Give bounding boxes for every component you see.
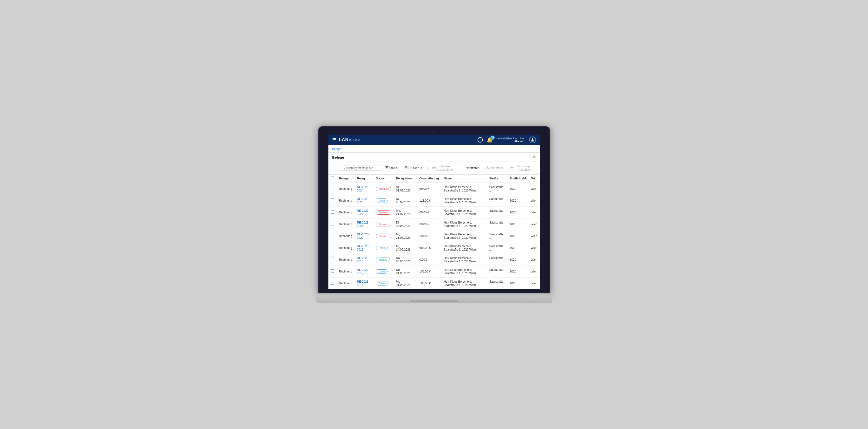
cell-strasse: Saarstraße 1 [487,195,507,206]
breadcrumb-bar: Belege [329,145,540,153]
print-button[interactable]: Drucken ▼ [402,165,425,171]
notification-badge: 75 [490,135,495,140]
cell-beleg[interactable]: RE-2023-0018 [354,254,373,265]
row-checkbox-cell[interactable] [329,195,337,206]
breadcrumb-link[interactable]: Belege [332,147,341,151]
table-row: Rechnung RE-2023-0023 Offen Di, 25.07.20… [329,195,540,206]
table-row: Rechnung RE-2023-0022 Storniert Mo, 24.0… [329,206,540,218]
cell-name: Herr Klaus Berscheid, Saarstraße 1, 1020… [441,183,487,195]
cell-beleg[interactable]: RE-2023-0022 [354,206,373,218]
cell-beleg[interactable]: RE-2023-0019 [354,242,373,254]
search-icon [342,166,345,170]
row-checkbox-0[interactable] [331,187,334,190]
payment-status-button[interactable]: Andere Bezahlstatus [430,164,456,172]
row-checkbox-cell[interactable] [329,206,337,218]
beleg-link[interactable]: RE-2023-0023 [357,197,369,204]
release-icon [510,166,514,170]
cell-name: Herr Klaus Berscheid, Saarstraße 1, 1020… [441,242,487,254]
row-checkbox-cell[interactable] [329,265,337,277]
status-badge: Offen [376,246,388,250]
cell-strasse: Saarstraße 1 [487,230,507,242]
row-checkbox-4[interactable] [331,234,334,237]
row-checkbox-cell[interactable] [329,218,337,230]
hamburger-icon[interactable]: ☰ [332,137,336,142]
notification-bell[interactable]: 🔔 75 [487,137,493,143]
row-checkbox-1[interactable] [331,198,334,202]
row-checkbox-8[interactable] [331,281,334,285]
more-options-icon[interactable]: ⋮ [332,165,338,171]
print-icon [404,166,408,170]
filter-icon [385,166,389,170]
row-checkbox-cell[interactable] [329,230,337,242]
cell-beleg[interactable]: RE-2023-0020 [354,230,373,242]
beleg-link[interactable]: RE-2023-0019 [357,244,369,251]
cell-ort: Wien [528,183,539,195]
cell-name: Herr Klaus Berscheid, Saarstraße 1, 1020… [441,206,487,218]
status-badge: Offen [376,281,388,286]
search-box[interactable] [340,165,381,171]
row-checkbox-5[interactable] [331,246,334,249]
topbar: ☰ LANcloud↗ ? 🔔 75 vertrieb@lancloud.clo… [329,135,540,145]
cell-ort: Wien [528,277,539,289]
cell-beleg[interactable]: RE-2023-0024 [354,183,373,195]
cell-beleg[interactable]: RE-2023-0023 [354,195,373,206]
beleg-link[interactable]: RE-2023-0024 [357,186,369,192]
beleg-link[interactable]: RE-2023-0016 [357,280,369,287]
select-all-col[interactable] [329,174,337,183]
close-button[interactable]: ✕ [533,155,536,160]
cell-ort: Wien [528,195,539,206]
row-checkbox-2[interactable] [331,210,334,213]
row-checkbox-cell[interactable] [329,242,337,254]
cell-ort: Wien [528,218,539,230]
cell-status: Offen [373,242,394,254]
user-avatar[interactable] [529,136,536,143]
laptop-wrapper: ☰ LANcloud↗ ? 🔔 75 vertrieb@lancloud.clo… [316,126,552,303]
table-header-row: Belegart Beleg Status Belegdatum Gesamtb… [329,174,540,183]
camera-dot [433,131,435,133]
cell-strasse: Saarstraße 1 [487,183,507,195]
cell-gesamtbetrag: 60,00 € [417,206,441,218]
table-row: Rechnung RE-2023-0020 Storniert Mi, 21.0… [329,230,540,242]
cell-postleitzahl: 1020 [507,254,528,265]
release-invoices-button[interactable]: Rechnungen freigeben [508,164,536,172]
beleg-link[interactable]: RE-2023-0017 [357,268,369,275]
cell-status: Storniert [373,230,394,242]
logo-cloud-text: cloud [349,138,357,142]
table-row: Rechnung RE-2023-0017 Offen Do, 01.06.20… [329,265,540,277]
status-badge: Offen [376,269,388,274]
logo: LANcloud↗ [339,137,361,142]
status-filter-button[interactable]: Status [383,165,400,171]
beleg-link[interactable]: RE-2023-0022 [357,209,369,216]
payment-status-icon [432,166,436,170]
cell-belegart: Rechnung [337,230,355,242]
cell-gesamtbetrag: 80,00 € [417,218,441,230]
row-checkbox-cell[interactable] [329,254,337,265]
row-checkbox-7[interactable] [331,269,334,273]
beleg-link[interactable]: RE-2023-0021 [357,221,369,228]
row-checkbox-cell[interactable] [329,183,337,195]
screen-bezel: ☰ LANcloud↗ ? 🔔 75 vertrieb@lancloud.clo… [318,126,550,293]
export-button[interactable]: Exportieren [458,165,482,171]
cell-gesamtbetrag: 0,00 € [417,254,441,265]
help-icon[interactable]: ? [477,137,483,142]
logo-lan-text: LAN [339,137,349,142]
cell-belegart: Rechnung [337,254,355,265]
row-checkbox-cell[interactable] [329,277,337,289]
cell-beleg[interactable]: RE-2023-0016 [354,277,373,289]
cell-beleg[interactable]: RE-2023-0017 [354,265,373,277]
cell-belegart: Rechnung [337,265,355,277]
table-row: Rechnung RE-2023-0018 Bezahlt Do, 08.06.… [329,254,540,265]
cell-belegdatum: Di, 25.07.2023 [394,195,417,206]
row-checkbox-6[interactable] [331,258,334,261]
cell-belegart: Rechnung [337,242,355,254]
row-checkbox-3[interactable] [331,222,334,226]
col-strasse: Straße [487,174,507,183]
cell-belegdatum: Di, 01.08.2023 [394,183,417,195]
cancel-button[interactable]: Stornieren [484,165,506,171]
select-all-checkbox[interactable] [331,176,334,180]
search-input[interactable] [346,166,378,170]
cell-gesamtbetrag: 113,00 € [417,195,441,206]
beleg-link[interactable]: RE-2023-0018 [357,256,369,263]
cell-beleg[interactable]: RE-2023-0021 [354,218,373,230]
beleg-link[interactable]: RE-2023-0020 [357,233,369,239]
